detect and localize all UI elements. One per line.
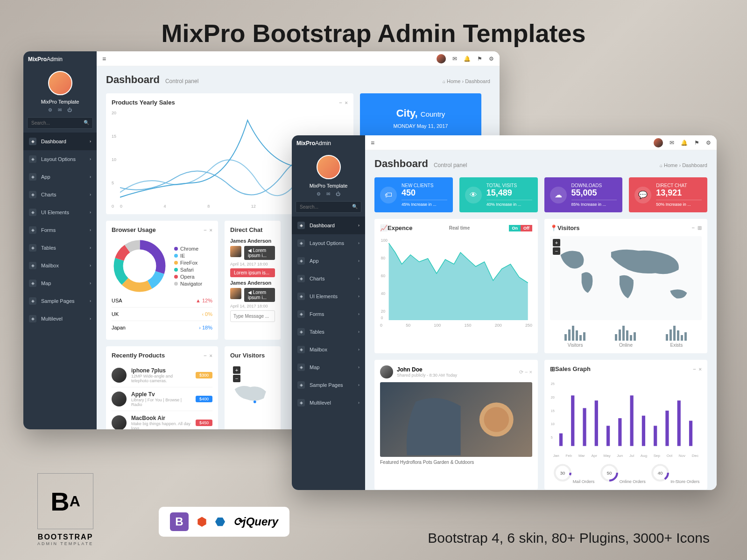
bell-icon[interactable]: 🔔 [464, 56, 471, 62]
sidebar-item[interactable]: ◈Tables› [292, 323, 365, 341]
nav-label: Layout Options [41, 156, 76, 162]
product-row[interactable]: MacBook AirMake big things happen. All d… [112, 411, 212, 429]
zoom-out[interactable]: − [553, 247, 560, 255]
close-icon[interactable]: × [210, 227, 212, 233]
close-icon[interactable]: × [529, 369, 532, 375]
mail-icon[interactable]: ✉ [326, 191, 330, 196]
gear-icon[interactable]: ⚙ [48, 107, 52, 112]
zoom-in[interactable]: + [553, 239, 560, 246]
nav-icon: ◈ [297, 399, 305, 406]
gear-icon[interactable]: ⚙ [317, 191, 321, 196]
minimize-icon[interactable]: − [204, 353, 206, 358]
sidebar-item[interactable]: ◈Forms› [23, 221, 97, 239]
world-map[interactable]: +− [550, 236, 702, 320]
sidebar-item[interactable]: ◈Map› [292, 358, 365, 376]
card-title: Browser Usage [112, 226, 156, 233]
home-icon[interactable]: ⌂ [443, 79, 445, 84]
avatar[interactable] [317, 155, 341, 179]
grid-icon[interactable]: ⊞ [698, 225, 702, 231]
mail-icon[interactable]: ✉ [452, 56, 457, 62]
flag-icon[interactable]: ⚑ [477, 56, 482, 62]
stat-card[interactable]: ☁DOWNLOADS55,00585% Increase in ... [544, 177, 623, 212]
svg-text:30: 30 [560, 470, 565, 476]
bell-icon[interactable]: 🔔 [681, 140, 688, 146]
close-icon[interactable]: × [345, 100, 348, 105]
nav-icon: ◈ [297, 346, 305, 353]
search-input[interactable] [296, 201, 361, 213]
minimize-icon[interactable]: − [204, 227, 206, 233]
gear-icon[interactable]: ⚙ [489, 56, 494, 62]
avatar[interactable] [48, 71, 72, 95]
svg-rect-29 [681, 335, 683, 341]
zoom-in[interactable]: + [233, 366, 240, 374]
minimize-icon[interactable]: − [692, 225, 695, 231]
sidebar-item[interactable]: ◈App› [23, 168, 97, 186]
svg-rect-41 [595, 400, 598, 446]
sidebar-item[interactable]: ◈Mailbox› [292, 341, 365, 358]
search-icon[interactable]: 🔍 [84, 120, 89, 125]
chevron-right-icon: › [90, 157, 91, 161]
sidebar-item[interactable]: ◈Charts› [292, 270, 365, 287]
promo-footer: Bootstrap 4, 6 skin, 80+ Plugins, 3000+ … [428, 530, 710, 546]
user-avatar-icon[interactable] [654, 138, 663, 147]
svg-text:40: 40 [658, 470, 662, 476]
chevron-right-icon: › [90, 316, 91, 321]
sidebar-item[interactable]: ◈Charts› [23, 186, 97, 203]
sidebar-item[interactable]: ◈Layout Options› [23, 150, 97, 168]
zoom-out[interactable]: − [233, 375, 240, 382]
user-avatar-icon[interactable] [437, 54, 446, 63]
stat-icon: 💬 [634, 187, 651, 203]
mail-icon[interactable]: ✉ [669, 140, 674, 146]
chevron-right-icon: › [358, 400, 359, 405]
close-icon[interactable]: × [210, 353, 212, 358]
nav-label: Map [41, 280, 51, 286]
home-icon[interactable]: ⌂ [660, 163, 662, 168]
sidebar-item[interactable]: ◈Mailbox› [23, 257, 97, 274]
chevron-right-icon: › [90, 245, 91, 250]
sidebar-item[interactable]: ◈Dashboard› [292, 217, 365, 234]
sidebar-item[interactable]: ◈UI Elements› [23, 203, 97, 221]
search-input[interactable] [27, 117, 93, 129]
mail-icon[interactable]: ✉ [58, 107, 62, 112]
product-row[interactable]: Apple TvLibrary | For You | Browse | Rad… [112, 387, 212, 411]
nav-icon: ◈ [297, 293, 305, 300]
stat-card[interactable]: 🏷NEW CLIENTS45045% Increase in ... [374, 177, 453, 212]
sidebar-item[interactable]: ◈Multilevel› [292, 394, 365, 412]
gear-icon[interactable]: ⚙ [706, 140, 711, 146]
sidebar-item[interactable]: ◈Dashboard› [23, 133, 97, 150]
menu-icon[interactable]: ≡ [102, 55, 106, 63]
minimize-icon[interactable]: − [693, 366, 696, 372]
stat-card[interactable]: 💬DIRECT CHAT13,92150% Increase in ... [629, 177, 707, 212]
ba-icon: BA [37, 473, 93, 529]
svg-rect-22 [626, 330, 628, 341]
nav-icon: ◈ [297, 275, 305, 282]
sidebar-item[interactable]: ◈Tables› [23, 239, 97, 257]
sidebar-item[interactable]: ◈Sample Pages› [23, 292, 97, 310]
menu-icon[interactable]: ≡ [371, 139, 374, 147]
search-icon[interactable]: 🔍 [352, 204, 358, 209]
nav-icon: ◈ [29, 244, 36, 252]
sidebar-item[interactable]: ◈App› [292, 252, 365, 270]
realtime-label: Real time [449, 225, 470, 231]
svg-rect-30 [684, 332, 687, 341]
svg-rect-49 [689, 421, 692, 446]
flag-icon[interactable]: ⚑ [694, 140, 699, 146]
sidebar-item[interactable]: ◈Sample Pages› [292, 376, 365, 394]
sidebar-item[interactable]: ◈Layout Options› [292, 234, 365, 252]
sidebar-item[interactable]: ◈UI Elements› [292, 287, 365, 305]
refresh-icon[interactable]: ⟳ [519, 369, 523, 375]
sidebar-item[interactable]: ◈Forms› [292, 305, 365, 323]
power-icon[interactable]: ⏻ [67, 107, 72, 112]
svg-rect-18 [583, 332, 585, 341]
minimize-icon[interactable]: − [339, 100, 342, 105]
minimize-icon[interactable]: − [525, 369, 528, 375]
sidebar-item[interactable]: ◈Multilevel› [23, 310, 97, 328]
stat-card[interactable]: 👁TOTAL VISITS15,48940% Increase in ... [459, 177, 538, 212]
close-icon[interactable]: × [699, 366, 702, 372]
legend-item: Safari [174, 267, 202, 273]
chat-input[interactable] [230, 310, 275, 322]
product-row[interactable]: iphone 7plus12MP Wide-angle and telephot… [112, 364, 212, 387]
realtime-toggle[interactable]: OnOff [509, 225, 532, 231]
power-icon[interactable]: ⏻ [336, 191, 340, 196]
sidebar-item[interactable]: ◈Map› [23, 274, 97, 292]
